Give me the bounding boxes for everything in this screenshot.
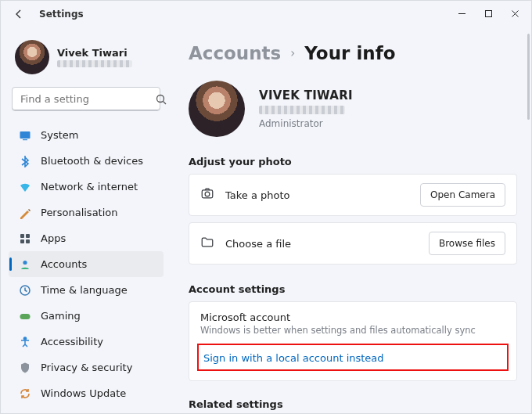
system-icon	[18, 128, 31, 142]
svg-point-11	[23, 337, 26, 339]
svg-rect-4	[20, 234, 24, 238]
sidebar-item-gaming[interactable]: Gaming	[9, 303, 164, 329]
minimize-button[interactable]	[448, 2, 475, 24]
personalisation-icon	[18, 206, 31, 219]
svg-rect-7	[26, 239, 30, 243]
search-box[interactable]	[12, 87, 160, 111]
sidebar-item-label: Gaming	[41, 310, 81, 322]
svg-point-8	[23, 260, 27, 264]
svg-rect-10	[20, 314, 30, 319]
maximize-button[interactable]	[475, 2, 501, 24]
sidebar-item-accounts[interactable]: Accounts	[9, 251, 164, 277]
search-icon	[155, 92, 167, 106]
bluetooth-icon	[18, 154, 31, 167]
sidebar-user[interactable]: Vivek Tiwari	[9, 37, 164, 85]
svg-point-1	[157, 95, 164, 102]
sidebar: Vivek Tiwari System Bluetooth & devices	[1, 31, 170, 413]
sidebar-item-label: Windows Update	[41, 387, 126, 399]
browse-files-button[interactable]: Browse files	[429, 232, 505, 255]
sidebar-item-time[interactable]: Time & language	[9, 277, 164, 303]
svg-rect-2	[20, 131, 30, 139]
search-input[interactable]	[19, 92, 155, 106]
sidebar-user-name: Vivek Tiwari	[57, 47, 132, 59]
choose-file-label: Choose a file	[225, 238, 418, 250]
sidebar-item-label: Personalisation	[41, 207, 118, 218]
section-related: Related settings	[189, 398, 517, 410]
folder-icon	[200, 235, 214, 252]
sidebar-item-update[interactable]: Windows Update	[9, 380, 164, 406]
breadcrumb-parent[interactable]: Accounts	[189, 43, 281, 63]
svg-rect-6	[20, 239, 24, 243]
sidebar-item-accessibility[interactable]: Accessibility	[9, 329, 164, 355]
profile-header: VIVEK TIWARI Administrator	[189, 76, 517, 151]
sidebar-item-system[interactable]: System	[9, 122, 164, 148]
section-account-settings: Account settings	[189, 283, 517, 295]
avatar	[15, 40, 49, 74]
sidebar-item-label: Accessibility	[41, 336, 103, 347]
network-icon	[18, 180, 31, 193]
sidebar-item-label: Privacy & security	[41, 362, 132, 373]
apps-icon	[18, 232, 31, 245]
sidebar-item-label: Accounts	[41, 258, 87, 270]
profile-name: VIVEK TIWARI	[259, 88, 353, 103]
sidebar-item-label: System	[41, 129, 78, 141]
back-icon[interactable]	[12, 7, 25, 20]
profile-avatar	[189, 81, 245, 137]
settings-window: Settings Vivek Tiwari	[0, 0, 532, 414]
svg-rect-0	[485, 10, 491, 16]
accessibility-icon	[18, 335, 31, 348]
open-camera-button[interactable]: Open Camera	[420, 183, 505, 207]
window-title: Settings	[39, 9, 84, 20]
card-account-settings: Microsoft account Windows is better when…	[189, 301, 517, 381]
sidebar-item-privacy[interactable]: Privacy & security	[9, 355, 164, 380]
sidebar-item-bluetooth[interactable]: Bluetooth & devices	[9, 148, 164, 174]
section-adjust-photo: Adjust your photo	[189, 156, 517, 167]
close-button[interactable]	[501, 2, 528, 24]
sidebar-item-personalisation[interactable]: Personalisation	[9, 200, 164, 225]
card-choose-file: Choose a file Browse files	[189, 222, 517, 265]
sidebar-item-label: Apps	[41, 232, 66, 244]
sidebar-item-label: Network & internet	[41, 181, 138, 193]
sidebar-item-label: Bluetooth & devices	[41, 155, 143, 167]
main-content: Accounts › Your info VIVEK TIWARI Admini…	[170, 31, 531, 413]
header: Settings	[12, 7, 84, 20]
highlight-box: Sign in with a local account instead	[197, 344, 509, 371]
sidebar-item-apps[interactable]: Apps	[9, 225, 164, 251]
profile-email	[259, 106, 345, 114]
card-take-photo: Take a photo Open Camera	[189, 174, 517, 216]
privacy-icon	[18, 361, 31, 374]
breadcrumb-current: Your info	[304, 43, 395, 63]
take-photo-label: Take a photo	[225, 189, 409, 201]
update-icon	[18, 387, 31, 400]
sidebar-item-network[interactable]: Network & internet	[9, 174, 164, 200]
account-desc: Windows is better when settings and file…	[189, 323, 516, 344]
accounts-icon	[18, 257, 31, 271]
scrollbar[interactable]	[527, 34, 530, 120]
time-icon	[18, 283, 31, 297]
sidebar-item-label: Time & language	[41, 284, 128, 296]
local-account-link[interactable]: Sign in with a local account instead	[203, 352, 384, 364]
chevron-right-icon: ›	[290, 46, 295, 60]
camera-icon	[200, 186, 214, 203]
svg-point-13	[205, 192, 210, 196]
svg-rect-5	[26, 234, 30, 238]
profile-role: Administrator	[259, 118, 353, 129]
breadcrumb: Accounts › Your info	[189, 31, 517, 76]
sidebar-nav: System Bluetooth & devices Network & int…	[9, 122, 164, 406]
svg-rect-3	[23, 139, 27, 140]
gaming-icon	[18, 309, 31, 322]
account-title: Microsoft account	[189, 302, 516, 323]
sidebar-user-email	[57, 60, 132, 67]
